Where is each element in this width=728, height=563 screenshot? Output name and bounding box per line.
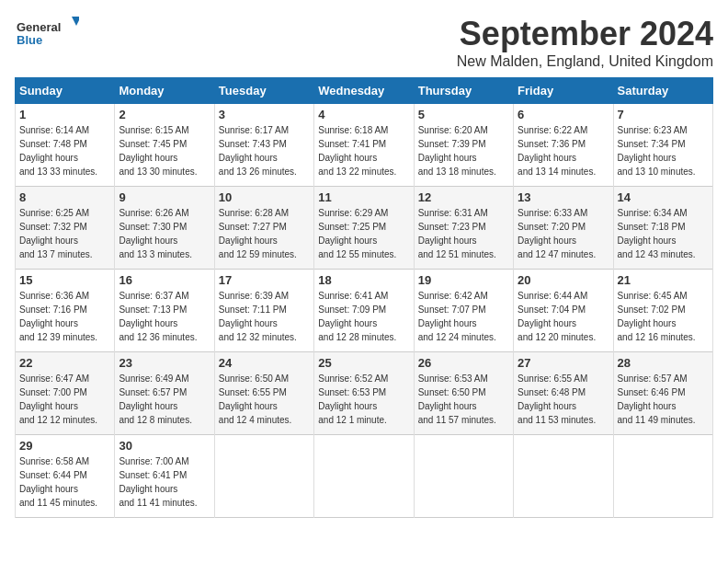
calendar-cell: [514, 435, 613, 518]
day-number: 8: [19, 190, 110, 204]
header-wednesday: Wednesday: [314, 78, 414, 104]
calendar-cell: 28 Sunrise: 6:57 AM Sunset: 6:46 PM Dayl…: [613, 352, 712, 435]
calendar-week-row: 29 Sunrise: 6:58 AM Sunset: 6:44 PM Dayl…: [16, 435, 713, 518]
calendar-cell: 7 Sunrise: 6:23 AM Sunset: 7:34 PM Dayli…: [613, 104, 712, 187]
calendar-cell: 22 Sunrise: 6:47 AM Sunset: 7:00 PM Dayl…: [16, 352, 115, 435]
day-number: 11: [318, 190, 409, 204]
calendar-cell: 4 Sunrise: 6:18 AM Sunset: 7:41 PM Dayli…: [314, 104, 414, 187]
svg-text:General: General: [17, 20, 61, 34]
day-info: Sunrise: 6:26 AM Sunset: 7:30 PM Dayligh…: [119, 206, 210, 261]
day-number: 21: [618, 273, 709, 287]
calendar-cell: [214, 435, 313, 518]
calendar-cell: 17 Sunrise: 6:39 AM Sunset: 7:11 PM Dayl…: [214, 270, 313, 352]
day-number: 7: [618, 108, 709, 121]
logo: General Blue: [15, 15, 79, 52]
day-number: 19: [418, 273, 509, 287]
location-title: New Malden, England, United Kingdom: [457, 53, 713, 70]
day-info: Sunrise: 6:20 AM Sunset: 7:39 PM Dayligh…: [418, 123, 509, 178]
day-info: Sunrise: 6:22 AM Sunset: 7:36 PM Dayligh…: [518, 123, 609, 178]
svg-marker-2: [72, 17, 79, 26]
day-info: Sunrise: 6:23 AM Sunset: 7:34 PM Dayligh…: [618, 123, 709, 178]
day-number: 12: [418, 190, 509, 204]
day-number: 25: [318, 356, 409, 370]
day-number: 1: [19, 108, 110, 121]
calendar-cell: 10 Sunrise: 6:28 AM Sunset: 7:27 PM Dayl…: [214, 187, 313, 270]
calendar-cell: 21 Sunrise: 6:45 AM Sunset: 7:02 PM Dayl…: [613, 270, 712, 352]
calendar-cell: 13 Sunrise: 6:33 AM Sunset: 7:20 PM Dayl…: [514, 187, 613, 270]
day-info: Sunrise: 6:41 AM Sunset: 7:09 PM Dayligh…: [318, 289, 409, 344]
calendar-cell: 26 Sunrise: 6:53 AM Sunset: 6:50 PM Dayl…: [414, 352, 513, 435]
day-number: 30: [119, 439, 210, 453]
calendar-cell: 2 Sunrise: 6:15 AM Sunset: 7:45 PM Dayli…: [115, 104, 214, 187]
day-number: 24: [219, 356, 310, 370]
day-number: 18: [318, 273, 409, 287]
day-info: Sunrise: 6:34 AM Sunset: 7:18 PM Dayligh…: [618, 206, 709, 261]
day-number: 10: [219, 190, 310, 204]
day-info: Sunrise: 7:00 AM Sunset: 6:41 PM Dayligh…: [119, 454, 210, 510]
calendar-cell: 5 Sunrise: 6:20 AM Sunset: 7:39 PM Dayli…: [414, 104, 513, 187]
day-info: Sunrise: 6:50 AM Sunset: 6:55 PM Dayligh…: [219, 372, 310, 427]
day-info: Sunrise: 6:58 AM Sunset: 6:44 PM Dayligh…: [19, 454, 110, 510]
calendar-table: Sunday Monday Tuesday Wednesday Thursday…: [15, 77, 713, 518]
day-number: 22: [19, 356, 110, 370]
calendar-week-row: 15 Sunrise: 6:36 AM Sunset: 7:16 PM Dayl…: [16, 270, 713, 352]
calendar-cell: [613, 435, 712, 518]
day-info: Sunrise: 6:31 AM Sunset: 7:23 PM Dayligh…: [418, 206, 509, 261]
day-info: Sunrise: 6:52 AM Sunset: 6:53 PM Dayligh…: [318, 372, 409, 427]
calendar-cell: 9 Sunrise: 6:26 AM Sunset: 7:30 PM Dayli…: [115, 187, 214, 270]
day-info: Sunrise: 6:47 AM Sunset: 7:00 PM Dayligh…: [19, 372, 110, 427]
day-info: Sunrise: 6:33 AM Sunset: 7:20 PM Dayligh…: [518, 206, 609, 261]
month-title: September 2024: [457, 15, 713, 53]
day-info: Sunrise: 6:36 AM Sunset: 7:16 PM Dayligh…: [19, 289, 110, 344]
day-info: Sunrise: 6:15 AM Sunset: 7:45 PM Dayligh…: [119, 123, 210, 178]
title-area: September 2024 New Malden, England, Unit…: [457, 15, 713, 70]
day-number: 3: [219, 108, 310, 121]
day-info: Sunrise: 6:45 AM Sunset: 7:02 PM Dayligh…: [618, 289, 709, 344]
calendar-cell: 30 Sunrise: 7:00 AM Sunset: 6:41 PM Dayl…: [115, 435, 214, 518]
calendar-cell: 16 Sunrise: 6:37 AM Sunset: 7:13 PM Dayl…: [115, 270, 214, 352]
day-info: Sunrise: 6:39 AM Sunset: 7:11 PM Dayligh…: [219, 289, 310, 344]
logo-svg: General Blue: [15, 15, 79, 52]
calendar-cell: 23 Sunrise: 6:49 AM Sunset: 6:57 PM Dayl…: [115, 352, 214, 435]
calendar-cell: 27 Sunrise: 6:55 AM Sunset: 6:48 PM Dayl…: [514, 352, 613, 435]
calendar-body: 1 Sunrise: 6:14 AM Sunset: 7:48 PM Dayli…: [16, 104, 713, 518]
calendar-cell: 19 Sunrise: 6:42 AM Sunset: 7:07 PM Dayl…: [414, 270, 513, 352]
calendar-cell: [314, 435, 414, 518]
calendar-cell: 8 Sunrise: 6:25 AM Sunset: 7:32 PM Dayli…: [16, 187, 115, 270]
calendar-cell: 25 Sunrise: 6:52 AM Sunset: 6:53 PM Dayl…: [314, 352, 414, 435]
day-number: 9: [119, 190, 210, 204]
day-info: Sunrise: 6:25 AM Sunset: 7:32 PM Dayligh…: [19, 206, 110, 261]
day-number: 23: [119, 356, 210, 370]
calendar-week-row: 8 Sunrise: 6:25 AM Sunset: 7:32 PM Dayli…: [16, 187, 713, 270]
day-info: Sunrise: 6:14 AM Sunset: 7:48 PM Dayligh…: [19, 123, 110, 178]
day-number: 13: [518, 190, 609, 204]
day-info: Sunrise: 6:28 AM Sunset: 7:27 PM Dayligh…: [219, 206, 310, 261]
calendar-week-row: 22 Sunrise: 6:47 AM Sunset: 7:00 PM Dayl…: [16, 352, 713, 435]
day-number: 20: [518, 273, 609, 287]
calendar-header: Sunday Monday Tuesday Wednesday Thursday…: [16, 78, 713, 104]
header-thursday: Thursday: [414, 78, 513, 104]
header-row: Sunday Monday Tuesday Wednesday Thursday…: [16, 78, 713, 104]
calendar-cell: 6 Sunrise: 6:22 AM Sunset: 7:36 PM Dayli…: [514, 104, 613, 187]
day-info: Sunrise: 6:53 AM Sunset: 6:50 PM Dayligh…: [418, 372, 509, 427]
day-number: 16: [119, 273, 210, 287]
svg-text:Blue: Blue: [17, 33, 42, 47]
day-info: Sunrise: 6:37 AM Sunset: 7:13 PM Dayligh…: [119, 289, 210, 344]
day-info: Sunrise: 6:29 AM Sunset: 7:25 PM Dayligh…: [318, 206, 409, 261]
day-number: 15: [19, 273, 110, 287]
day-info: Sunrise: 6:17 AM Sunset: 7:43 PM Dayligh…: [219, 123, 310, 178]
day-number: 14: [618, 190, 709, 204]
day-info: Sunrise: 6:18 AM Sunset: 7:41 PM Dayligh…: [318, 123, 409, 178]
day-number: 4: [318, 108, 409, 121]
calendar-cell: 15 Sunrise: 6:36 AM Sunset: 7:16 PM Dayl…: [16, 270, 115, 352]
calendar-cell: 20 Sunrise: 6:44 AM Sunset: 7:04 PM Dayl…: [514, 270, 613, 352]
calendar-cell: 1 Sunrise: 6:14 AM Sunset: 7:48 PM Dayli…: [16, 104, 115, 187]
calendar-cell: 18 Sunrise: 6:41 AM Sunset: 7:09 PM Dayl…: [314, 270, 414, 352]
day-info: Sunrise: 6:42 AM Sunset: 7:07 PM Dayligh…: [418, 289, 509, 344]
calendar-cell: 29 Sunrise: 6:58 AM Sunset: 6:44 PM Dayl…: [16, 435, 115, 518]
header-saturday: Saturday: [613, 78, 712, 104]
calendar-cell: [414, 435, 513, 518]
day-info: Sunrise: 6:55 AM Sunset: 6:48 PM Dayligh…: [518, 372, 609, 427]
calendar-week-row: 1 Sunrise: 6:14 AM Sunset: 7:48 PM Dayli…: [16, 104, 713, 187]
day-info: Sunrise: 6:49 AM Sunset: 6:57 PM Dayligh…: [119, 372, 210, 427]
